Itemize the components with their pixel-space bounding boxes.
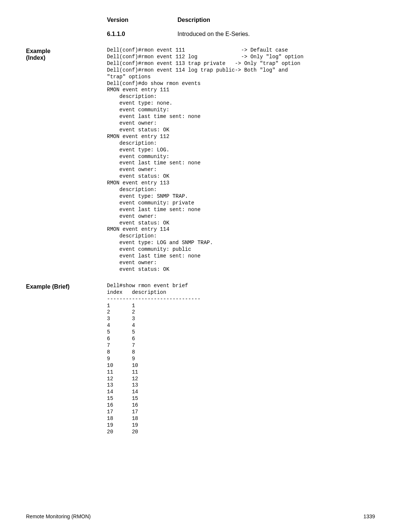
example-brief-code: Dell#show rmon event brief index descrip… xyxy=(107,283,375,436)
page: Version Description 6.1.1.0 Introduced o… xyxy=(0,0,401,532)
example-brief-content: Dell#show rmon event brief index descrip… xyxy=(107,283,375,436)
example-brief-label: Example (Brief) xyxy=(26,283,107,290)
row-description: Introduced on the E-Series. xyxy=(177,31,250,37)
footer-left: Remote Monitoring (RMON) xyxy=(26,513,91,519)
example-brief-section: Example (Brief) Dell#show rmon event bri… xyxy=(26,283,375,436)
version-history-header: Version Description xyxy=(107,17,375,23)
example-index-section: Example (Index) Dell(conf)#rmon event 11… xyxy=(26,47,375,273)
footer-right: 1339 xyxy=(363,513,375,519)
version-history-row: 6.1.1.0 Introduced on the E-Series. xyxy=(107,31,375,37)
version-history: Version Description 6.1.1.0 Introduced o… xyxy=(26,17,375,37)
example-index-label: Example (Index) xyxy=(26,47,107,61)
row-version: 6.1.1.0 xyxy=(107,31,177,37)
version-history-content: Version Description 6.1.1.0 Introduced o… xyxy=(107,17,375,37)
header-version: Version xyxy=(107,17,177,23)
example-index-code: Dell(conf)#rmon event 111 -> Default cas… xyxy=(107,47,375,273)
header-description: Description xyxy=(177,17,210,23)
example-index-content: Dell(conf)#rmon event 111 -> Default cas… xyxy=(107,47,375,273)
version-history-spacer xyxy=(26,17,107,17)
page-footer: Remote Monitoring (RMON) 1339 xyxy=(26,513,375,519)
